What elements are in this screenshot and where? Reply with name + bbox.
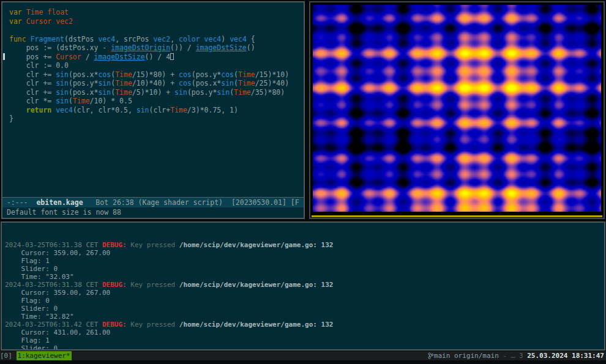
code-line: return vec4(clr, clr*0.5, sin(clr+Time/3… xyxy=(9,106,301,115)
log-entry-field: Cursor: 359.00, 267.00 xyxy=(5,249,601,257)
code-token: sin xyxy=(217,88,230,97)
code-token: ) xyxy=(221,35,230,43)
code-token: Cursor xyxy=(56,53,81,61)
code-token: func xyxy=(9,35,26,43)
code-token: /3)*0.75, 1) xyxy=(187,106,238,114)
code-token: imageDstSize xyxy=(196,43,247,52)
tmux-status-bar: [0] 1:kageviewer* main origin/main - … 3… xyxy=(0,351,606,360)
log-entry-field: Slider: 0 xyxy=(5,265,601,273)
code-token: ( xyxy=(69,97,73,105)
viewer-slider-bar[interactable] xyxy=(312,215,602,217)
editor-pane: var Time floatvar Cursor vec2 func Fragm… xyxy=(1,1,305,219)
code-token: color xyxy=(179,35,200,43)
code-token: ()) / xyxy=(170,43,196,52)
code-token xyxy=(22,17,26,26)
log-output: 2024-03-25T06:31.38 CET DEBUG: Key press… xyxy=(5,241,601,351)
log-entry-field: Time: "32.03" xyxy=(5,273,601,281)
log-entry-field: Slider: 0 xyxy=(5,305,601,313)
code-token: vec2 xyxy=(153,35,170,43)
code-token xyxy=(22,8,26,17)
code-token: sin xyxy=(56,97,69,105)
code-token: vec2 xyxy=(56,17,73,26)
code-token: /5)*10) + xyxy=(132,88,174,97)
echo-area-message: Default font size is now 88 xyxy=(2,207,304,218)
code-token: sin xyxy=(221,79,234,87)
code-token: /15)*80) + xyxy=(132,70,179,79)
log-lvl: DEBUG: xyxy=(102,321,130,329)
git-remote-label: origin/main xyxy=(450,351,498,360)
shader-viewer-pane xyxy=(309,1,605,219)
code-token: sin xyxy=(56,70,69,79)
log-loc: /home/scip/dev/kageviewer/game.go: 132 xyxy=(179,321,334,329)
code-token: () xyxy=(247,43,255,52)
shader-render-canvas[interactable] xyxy=(313,5,601,212)
code-token: cos xyxy=(179,70,192,79)
code-line: var Cursor vec2 xyxy=(9,17,301,26)
log-ts: 2024-03-25T06:31.38 CET xyxy=(5,241,102,249)
code-token: /15)*10) xyxy=(255,70,289,79)
code-token: float xyxy=(47,8,69,17)
code-line: clr := 0.0 xyxy=(9,61,301,70)
code-token xyxy=(9,26,13,34)
log-msg: Key pressed xyxy=(130,321,179,329)
code-token: ( xyxy=(234,79,238,87)
code-line: clr += sin(pos.x*cos(Time/15)*80) + cos(… xyxy=(9,70,301,80)
code-token: Cursor xyxy=(26,17,52,26)
code-token: (pos.y* xyxy=(192,70,221,79)
code-token: (pos.x* xyxy=(69,88,98,97)
code-token: /10) * 0.5 xyxy=(90,97,132,105)
log-loc: /home/scip/dev/kageviewer/game.go: 132 xyxy=(179,241,334,249)
code-token: /35)*80) xyxy=(251,88,285,97)
code-token: clr += xyxy=(9,70,56,79)
log-loc: /home/scip/dev/kageviewer/game.go: 132 xyxy=(179,281,334,289)
code-token: (clr+ xyxy=(149,106,171,114)
log-lvl: DEBUG: xyxy=(102,281,130,289)
code-line: pos := (dstPos.xy - imageDstOrigin()) / … xyxy=(9,43,301,53)
code-token: Time xyxy=(26,8,43,17)
code-token: clr += xyxy=(9,88,56,97)
code-token: vec4 xyxy=(98,35,115,43)
log-pane[interactable]: 2024-03-25T06:31.38 CET DEBUG: Key press… xyxy=(1,221,605,351)
code-token: sin xyxy=(98,79,111,87)
code-token: } xyxy=(9,114,13,123)
code-token: Time xyxy=(234,88,251,97)
code-token: sin xyxy=(174,88,187,97)
code-token xyxy=(200,35,204,43)
fringe-cursor-marker xyxy=(3,53,5,60)
code-token: sin xyxy=(98,88,111,97)
code-token: pos := (dstPos.xy - xyxy=(9,43,111,52)
code-token: (dstPos xyxy=(64,35,98,43)
code-token: (clr, clr*0.5, xyxy=(73,106,137,114)
code-line: var Time float xyxy=(9,8,301,17)
code-token: vec4 xyxy=(230,35,247,43)
code-token: cos xyxy=(221,70,234,79)
code-token: clr += xyxy=(9,79,56,87)
log-entry-header: 2024-03-25T06:31.38 CET DEBUG: Key press… xyxy=(5,241,601,249)
code-token: Time xyxy=(115,70,132,79)
code-token xyxy=(9,106,26,114)
code-token: () / 4 xyxy=(145,53,171,61)
log-ts: 2024-03-25T06:31.38 CET xyxy=(5,281,102,289)
tmux-session-indicator: [0] xyxy=(0,351,17,360)
code-token: vec4 xyxy=(56,106,73,114)
code-token: cos xyxy=(179,79,192,87)
code-token: /10)*40) + xyxy=(132,79,179,87)
tmux-window-tab[interactable]: 1:kageviewer* xyxy=(17,351,72,360)
code-token: Time xyxy=(238,70,255,79)
code-token: sin xyxy=(56,88,69,97)
code-token: Time xyxy=(238,79,255,87)
code-token: imageDstSize xyxy=(94,53,145,61)
code-line xyxy=(9,26,301,35)
code-line: clr += sin(pos.x*sin(Time/5)*10) + sin(p… xyxy=(9,88,301,97)
code-line: pos += Cursor / imageDstSize() / 4 xyxy=(9,53,301,62)
log-entry-field: Time: "32.82" xyxy=(5,313,601,321)
code-token: (pos.x* xyxy=(69,70,98,79)
code-token: vec4 xyxy=(204,35,222,43)
code-token: pos += xyxy=(9,53,56,61)
code-token: imageDstOrigin xyxy=(111,43,170,52)
code-token: /25)*40) xyxy=(255,79,289,87)
code-token: (pos.y* xyxy=(69,79,98,87)
code-editor[interactable]: var Time floatvar Cursor vec2 func Fragm… xyxy=(2,2,304,197)
log-entry-header: 2024-03-25T06:31.42 CET DEBUG: Key press… xyxy=(5,321,601,329)
code-line: func Fragment(dstPos vec4, srcPos vec2, … xyxy=(9,35,301,44)
